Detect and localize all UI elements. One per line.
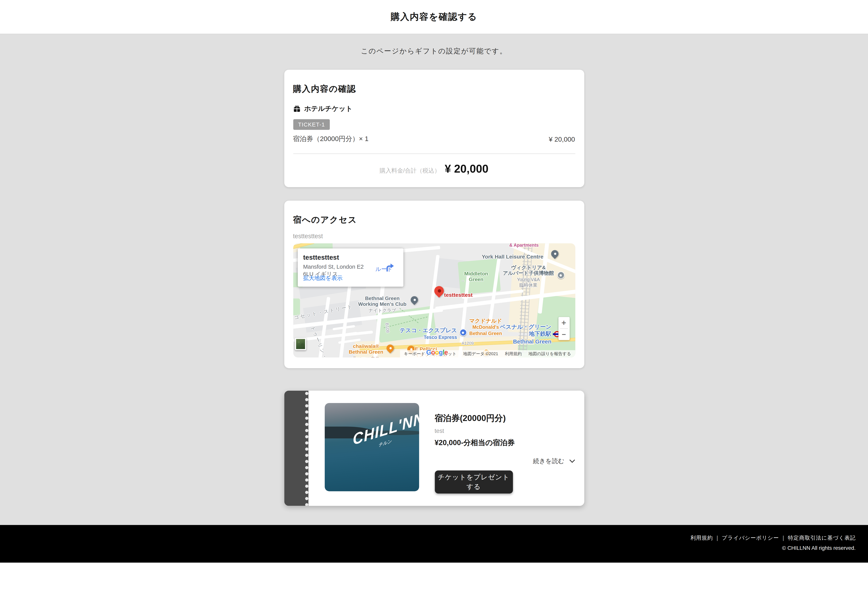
purchase-item-price: ¥ 20,000 <box>549 135 575 143</box>
location-name: testtesttest <box>293 233 575 239</box>
ticket-photo: CHILL'NN チルン <box>324 403 419 491</box>
content-area: このページからギフトの設定が可能です。 購入内容の確認 ホテルチケット TICK… <box>0 34 868 525</box>
ticket-title: 宿泊券(20000円分) <box>435 413 575 424</box>
map-label-chaiiwala: chaiiwala® Bethnal Green ティーハウス <box>347 343 385 357</box>
map-label-york-hall: York Hall Leisure Centre <box>482 254 543 260</box>
bottom-whitespace <box>0 563 868 606</box>
purchase-total-value: ¥ 20,000 <box>445 163 488 175</box>
map-label-bethnal-green-en: Bethnal Green <box>501 338 552 345</box>
map-terms-link[interactable]: 利用規約 <box>505 351 522 357</box>
ticket-category-label: ホテルチケット <box>304 104 353 113</box>
map-label-middleton-green: Middleton Green <box>463 271 490 283</box>
page-root: 購入内容を確認する このページからギフトの設定が可能です。 購入内容の確認 ホテ… <box>0 0 868 607</box>
map-label-b108: B108 <box>384 323 390 333</box>
google-logo[interactable]: Google <box>426 348 448 356</box>
ticket-perforation <box>304 391 309 506</box>
map-road <box>335 332 357 337</box>
ticket-details: 宿泊券(20000円分) test ¥20,000-分相当の宿泊券 続きを読む … <box>435 413 575 494</box>
map-report-error-link[interactable]: 地図の誤りを報告する <box>529 351 571 357</box>
map-label-museum: ヴィクトリア& アルバート子供博物館 Young V&A 臨時休業 <box>500 265 557 288</box>
zoom-out-button[interactable]: － <box>558 329 569 340</box>
access-card: 宿へのアクセス testtesttest <box>284 201 584 368</box>
view-larger-map-link[interactable]: 拡大地図を表示 <box>303 274 343 282</box>
map-info-window: testtesttest Mansford St, London E2 6LU … <box>298 248 403 287</box>
purchase-divider <box>293 154 575 154</box>
map-zoom-control: ＋ － <box>558 317 569 340</box>
chevron-down-icon <box>569 459 575 463</box>
access-card-title: 宿へのアクセス <box>293 201 575 225</box>
gift-ticket-card: CHILL'NN チルン 宿泊券(20000円分) test ¥20,000-分… <box>284 391 584 506</box>
map-label-working-mens-club: Bethnal Green Working Men's Club ナイトクラブ <box>355 296 410 313</box>
gift-icon <box>293 105 300 112</box>
purchase-total-label: 購入料金/合計（税込） <box>380 167 440 175</box>
zoom-in-button[interactable]: ＋ <box>558 317 569 328</box>
footer-link-commerce[interactable]: 特定商取引法に基づく表記 <box>788 534 856 540</box>
page-title: 購入内容を確認する <box>391 11 477 23</box>
ticket-category-row: ホテルチケット <box>293 104 575 113</box>
footer-link-terms[interactable]: 利用規約 <box>690 534 713 540</box>
map-label-apartments: & Apartments <box>509 244 539 248</box>
footer-link-privacy[interactable]: プライバシーポリシー <box>722 534 779 540</box>
purchase-item-name: 宿泊券（20000円分）× 1 <box>293 134 369 144</box>
page-header: 購入内容を確認する <box>0 0 868 34</box>
page-footer: 利用規約｜プライバシーポリシー｜特定商取引法に基づく表記 © CHILLNN A… <box>0 525 868 563</box>
read-more-label[interactable]: 続きを読む <box>533 457 564 466</box>
footer-links: 利用規約｜プライバシーポリシー｜特定商取引法に基づく表記 <box>0 534 856 542</box>
footer-copyright: © CHILLNN All rights reserved. <box>0 545 856 551</box>
gift-notice-text: このページからギフトの設定が可能です。 <box>0 34 868 56</box>
footer-separator: ｜ <box>781 534 786 540</box>
purchase-total-row: 購入料金/合計（税込） ¥ 20,000 <box>293 163 575 175</box>
map-label-bethnal-green-station: ベスナル・グリーン 地下鉄駅 <box>493 324 551 337</box>
ticket-description: ¥20,000-分相当の宿泊券 <box>435 438 575 448</box>
google-map-embed[interactable]: & Apartments York Hall Leisure Centre ヴィ… <box>293 244 575 357</box>
map-label-a1209: A1209 <box>462 341 474 346</box>
map-road-arrow: → <box>460 278 465 283</box>
directions-block[interactable]: ルート <box>373 254 395 273</box>
club-pin-icon <box>409 295 419 305</box>
map-park <box>293 298 300 315</box>
map-data-copyright: 地図データ ©2021 <box>463 351 498 357</box>
map-label-marker: testtesttest <box>444 292 473 298</box>
footer-separator: ｜ <box>715 534 720 540</box>
purchase-item-row: 宿泊券（20000円分）× 1 ¥ 20,000 <box>293 134 575 144</box>
read-more-row[interactable]: 続きを読む <box>435 457 575 466</box>
street-view-thumbnail[interactable] <box>295 338 306 350</box>
ticket-subtitle: test <box>435 427 575 434</box>
ticket-id-badge: TICKET-1 <box>293 119 330 130</box>
map-label-tesco: テスコ・エクスプレス Tesco Express <box>392 327 457 340</box>
purchase-card-title: 購入内容の確認 <box>293 70 575 94</box>
gift-ticket-button[interactable]: チケットをプレゼントする <box>435 470 513 493</box>
purchase-summary-card: 購入内容の確認 ホテルチケット TICKET-1 宿泊券（20000円分）× 1… <box>284 70 584 187</box>
